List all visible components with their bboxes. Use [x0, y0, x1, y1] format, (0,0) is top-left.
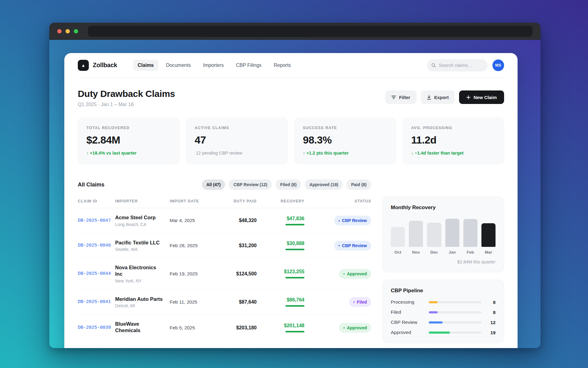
- pipeline-count: 8: [485, 310, 496, 315]
- recovery-amount: $47,836: [287, 216, 304, 221]
- recovery-cell: $123,255: [257, 269, 304, 278]
- plus-icon: [466, 95, 470, 99]
- trend-arrow-icon: ↓: [411, 151, 413, 155]
- top-nav: ▲ Zollback Claims Documents Import: [78, 53, 504, 78]
- stat-cards: Total Recovered $2.84M ↑+18.4% vs last q…: [78, 118, 504, 164]
- duty-paid: $203,180: [217, 325, 257, 331]
- table-row[interactable]: DB-2025-0044 Nova Electronics Inc New Yo…: [78, 258, 371, 289]
- status-cell: •Filed: [349, 297, 371, 307]
- status-dot-icon: •: [343, 325, 345, 330]
- status-badge: •CBP Review: [334, 216, 371, 225]
- recovery-cell: $47,836: [257, 216, 304, 225]
- stat-label: Avg. Processing: [411, 126, 496, 130]
- col-importer: Importer: [115, 199, 170, 203]
- stat-delta: ↑+1.2 pts this quarter: [303, 151, 387, 155]
- recovery-cell: $86,764: [257, 297, 304, 307]
- search-box[interactable]: [427, 59, 488, 71]
- minimize-window-button[interactable]: [66, 29, 70, 33]
- sidebar: Monthly Recovery: [382, 197, 504, 348]
- recovery-progress-bar: [285, 277, 304, 278]
- month-label: Dec: [427, 250, 441, 255]
- pipeline-track: [429, 321, 481, 324]
- claims-table: Claim ID Importer Import Date Duty Paid …: [78, 197, 371, 341]
- avatar[interactable]: MS: [492, 59, 504, 71]
- table-row[interactable]: DB-2025-0041 Meridian Auto Parts Detroit…: [78, 290, 371, 315]
- zollback-logo-icon: ▲: [78, 60, 89, 71]
- status-badge: •Approved: [339, 269, 371, 279]
- filter-chip[interactable]: All (47): [202, 179, 225, 190]
- status-cell: •Approved: [339, 269, 371, 279]
- monthly-recovery-card: Monthly Recovery: [382, 197, 504, 272]
- address-bar[interactable]: [88, 26, 533, 37]
- nav-right: MS: [427, 59, 504, 71]
- month-label: Jan: [445, 250, 459, 255]
- desktop-background: { "nav": { "brand": "Zollback", "items":…: [0, 0, 588, 368]
- importer-city: Detroit, MI: [115, 303, 170, 308]
- pipeline-track: [429, 332, 481, 334]
- status-badge: •Filed: [349, 297, 371, 307]
- claim-id-link[interactable]: DB-2025-0041: [78, 298, 111, 305]
- nav-item[interactable]: Claims: [133, 60, 158, 71]
- chart-month-labels: OctNovDecJanFebMar: [391, 250, 496, 255]
- claim-id-link[interactable]: DB-2025-0039: [78, 324, 111, 331]
- importer-name: Nova Electronics Inc: [115, 264, 164, 277]
- browser-window: ▲ Zollback Claims Documents Import: [49, 23, 541, 348]
- importer-name: Pacific Textile LLC: [115, 240, 164, 246]
- claim-id-link[interactable]: DB-2025-0047: [78, 217, 111, 224]
- filter-chip[interactable]: Paid (8): [346, 179, 371, 190]
- status-dot-icon: •: [353, 300, 355, 304]
- export-button[interactable]: Export: [421, 90, 455, 104]
- filter-chip[interactable]: CBP Review (12): [229, 179, 272, 190]
- import-date: Mar 4, 2025: [170, 218, 217, 223]
- claim-id-link[interactable]: DB-2025-0046: [78, 242, 111, 249]
- status-dot-icon: •: [343, 271, 345, 276]
- trend-arrow-icon: ↑: [303, 151, 305, 155]
- pipeline-fill-bar: [429, 321, 443, 324]
- maximize-window-button[interactable]: [74, 29, 78, 33]
- section-title: All Claims: [78, 182, 104, 188]
- stat-value: 11.2d: [411, 134, 496, 146]
- stat-delta: 12 pending CBP review: [195, 151, 279, 155]
- importer-name: BlueWave Chemicals: [115, 321, 164, 333]
- stat-delta: ↑+18.4% vs last quarter: [86, 151, 171, 155]
- nav-item[interactable]: Importers: [198, 60, 228, 71]
- pipeline-track: [429, 311, 481, 313]
- stat-card: Avg. Processing 11.2d ↓−1.4d faster than…: [403, 118, 504, 164]
- month-label: Mar: [481, 250, 496, 255]
- nav-item[interactable]: CBP Filings: [232, 60, 266, 71]
- import-date: Feb 28, 2025: [170, 243, 217, 248]
- claim-id-link[interactable]: DB-2025-0044: [78, 270, 111, 277]
- browser-chrome: [49, 23, 541, 40]
- table-header-row: Claim ID Importer Import Date Duty Paid …: [78, 197, 371, 208]
- table-row[interactable]: DB-2025-0047 Acme Steel Corp Long Beach,…: [78, 208, 371, 233]
- search-input[interactable]: [439, 63, 482, 68]
- col-import-date: Import Date: [170, 199, 217, 203]
- importer-name: Meridian Auto Parts: [115, 296, 164, 302]
- nav-item[interactable]: Documents: [161, 60, 195, 71]
- recovery-progress-bar: [285, 224, 304, 225]
- recovery-progress-bar: [285, 249, 304, 250]
- page-header: Duty Drawback Claims Q1 2025 · Jan 1 – M…: [78, 89, 504, 107]
- table-row[interactable]: DB-2025-0039 BlueWave Chemicals Feb 5, 2…: [78, 315, 371, 341]
- cbp-pipeline-title: CBP Pipeline: [391, 288, 496, 294]
- cbp-pipeline-card: CBP Pipeline Processing 8: [382, 280, 504, 343]
- nav-items: Claims Documents Importers CBP Filings: [133, 60, 296, 71]
- pipeline-fill-bar: [429, 301, 438, 303]
- chart-bar: [445, 219, 459, 247]
- col-recovery: Recovery: [257, 199, 304, 203]
- table-row[interactable]: DB-2025-0046 Pacific Textile LLC Seattle…: [78, 233, 371, 259]
- claims-table-panel: All Claims All (47) CBP Review (12) File…: [78, 179, 371, 348]
- status-badge: •Approved: [339, 323, 371, 333]
- recovery-cell: $30,888: [257, 241, 304, 250]
- status-cell: •CBP Review: [334, 241, 371, 251]
- filter-chip[interactable]: Filed (8): [276, 179, 301, 190]
- stat-card: Success Rate 98.3% ↑+1.2 pts this quarte…: [294, 118, 396, 164]
- monthly-recovery-title: Monthly Recovery: [391, 205, 496, 211]
- filter-chip[interactable]: Approved (19): [305, 179, 343, 190]
- new-claim-button[interactable]: New Claim: [459, 90, 504, 104]
- nav-item[interactable]: Reports: [269, 60, 296, 71]
- pipeline-fill-bar: [429, 311, 438, 313]
- close-window-button[interactable]: [57, 29, 62, 33]
- status-dot-icon: •: [338, 243, 340, 248]
- filter-button[interactable]: Filter: [385, 90, 417, 104]
